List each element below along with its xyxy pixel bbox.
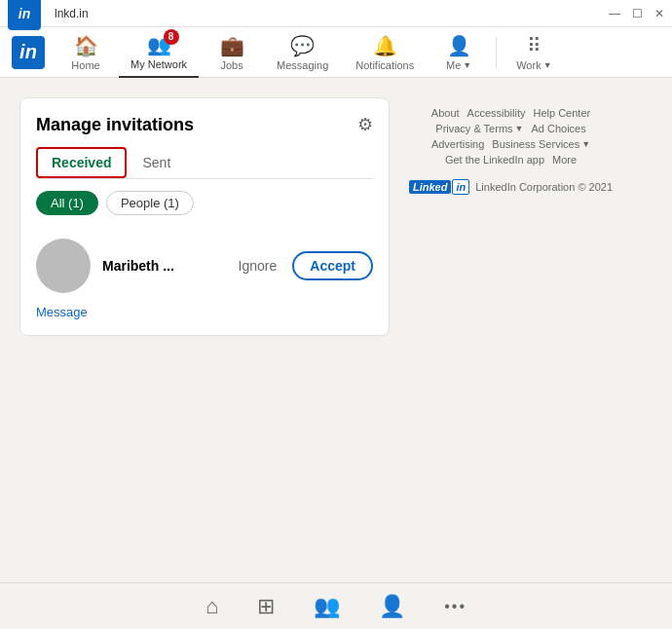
window-logo: in bbox=[8, 0, 41, 30]
window-title: lnkd.in bbox=[55, 7, 89, 20]
footer-area: About Accessibility Help Center Privacy … bbox=[409, 97, 613, 336]
accept-button[interactable]: Accept bbox=[292, 251, 373, 280]
filter-people[interactable]: People (1) bbox=[106, 191, 194, 215]
card-title: Manage invitations bbox=[36, 115, 194, 135]
nav-my-network[interactable]: 👥 8 My Network bbox=[119, 27, 199, 78]
title-bar: in lnkd.in — ☐ ✕ bbox=[0, 0, 672, 27]
jobs-icon: 💼 bbox=[220, 34, 244, 57]
bottom-grid-icon[interactable]: ⊞ bbox=[257, 594, 275, 619]
nav-me-label: Me ▼ bbox=[446, 59, 471, 71]
footer-business-services[interactable]: Business Services ▼ bbox=[492, 138, 590, 150]
bottom-profile-icon[interactable]: 👤 bbox=[379, 594, 405, 619]
footer-copyright: LinkedIn Corporation © 2021 bbox=[475, 181, 613, 193]
manage-invitations-card: Manage invitations ⚙ Received Sent All (… bbox=[19, 97, 390, 336]
footer-row-1: About Accessibility Help Center bbox=[409, 107, 613, 119]
footer-more[interactable]: More bbox=[552, 154, 577, 166]
footer-logo-in: in bbox=[452, 179, 469, 195]
nav-notifications[interactable]: 🔔 Notifications bbox=[344, 27, 426, 78]
logo-text: in bbox=[19, 6, 30, 21]
avatar bbox=[36, 239, 91, 293]
settings-icon[interactable]: ⚙ bbox=[357, 114, 373, 135]
window-controls[interactable]: — ☐ ✕ bbox=[609, 7, 664, 20]
nav-me[interactable]: 👤 Me ▼ bbox=[429, 27, 488, 78]
business-arrow-icon: ▼ bbox=[581, 139, 590, 149]
filter-all[interactable]: All (1) bbox=[36, 191, 98, 215]
footer-about[interactable]: About bbox=[431, 107, 460, 119]
ignore-button[interactable]: Ignore bbox=[231, 252, 285, 279]
footer-logo-linked: Linked bbox=[409, 180, 451, 194]
me-icon: 👤 bbox=[447, 34, 471, 57]
message-button[interactable]: Message bbox=[36, 305, 88, 319]
footer-row-2: Privacy & Terms ▼ Ad Choices bbox=[409, 123, 613, 134]
nav-work[interactable]: ⠿ Work ▼ bbox=[504, 27, 563, 78]
nav-messaging[interactable]: 💬 Messaging bbox=[265, 27, 340, 78]
tab-sent[interactable]: Sent bbox=[127, 147, 186, 178]
footer-logo: Linkedin bbox=[409, 179, 469, 195]
card-header: Manage invitations ⚙ bbox=[36, 114, 373, 135]
nav-jobs-label: Jobs bbox=[220, 59, 243, 71]
bottom-taskbar: ⌂ ⊞ 👥 👤 ••• bbox=[0, 582, 672, 629]
home-icon: 🏠 bbox=[74, 34, 98, 57]
nav-notifications-label: Notifications bbox=[355, 59, 414, 71]
footer-get-app[interactable]: Get the LinkedIn app bbox=[445, 154, 544, 166]
logo-in: in bbox=[19, 41, 37, 63]
footer-advertising[interactable]: Advertising bbox=[431, 138, 484, 150]
close-button[interactable]: ✕ bbox=[654, 7, 664, 20]
linkedin-footer: Linkedin LinkedIn Corporation © 2021 bbox=[409, 179, 613, 195]
minimize-button[interactable]: — bbox=[609, 7, 620, 20]
top-nav: in 🏠 Home 👥 8 My Network 💼 Jobs 💬 Messag… bbox=[0, 27, 672, 78]
messaging-icon: 💬 bbox=[290, 34, 315, 57]
invitation-actions: Ignore Accept bbox=[231, 251, 373, 280]
nav-home-label: Home bbox=[71, 59, 99, 71]
footer-row-4: Get the LinkedIn app More bbox=[409, 154, 613, 166]
nav-work-label: Work ▼ bbox=[516, 59, 551, 71]
main-content: Manage invitations ⚙ Received Sent All (… bbox=[0, 78, 672, 336]
footer-ad-choices[interactable]: Ad Choices bbox=[531, 123, 585, 134]
bottom-network-icon[interactable]: 👥 bbox=[314, 594, 340, 619]
tab-received[interactable]: Received bbox=[36, 147, 127, 178]
work-icon: ⠿ bbox=[527, 34, 541, 57]
maximize-button[interactable]: ☐ bbox=[632, 7, 643, 20]
invitation-tabs: Received Sent bbox=[36, 147, 373, 179]
nav-my-network-label: My Network bbox=[131, 58, 187, 70]
nav-messaging-label: Messaging bbox=[277, 59, 328, 71]
nav-jobs[interactable]: 💼 Jobs bbox=[203, 27, 261, 78]
invitation-info: Maribeth ... bbox=[102, 258, 219, 274]
bottom-more-icon[interactable]: ••• bbox=[444, 598, 467, 615]
footer-row-3: Advertising Business Services ▼ bbox=[409, 138, 613, 150]
footer-accessibility[interactable]: Accessibility bbox=[467, 107, 526, 119]
network-icon: 👥 8 bbox=[147, 33, 171, 56]
invitation-item: Maribeth ... Ignore Accept bbox=[36, 231, 373, 301]
filter-pills: All (1) People (1) bbox=[36, 191, 373, 215]
network-badge: 8 bbox=[164, 29, 179, 45]
footer-privacy[interactable]: Privacy & Terms ▼ bbox=[435, 123, 523, 134]
privacy-arrow-icon: ▼ bbox=[515, 124, 524, 133]
notifications-icon: 🔔 bbox=[373, 34, 397, 57]
linkedin-logo[interactable]: in bbox=[12, 36, 45, 69]
nav-home[interactable]: 🏠 Home bbox=[56, 27, 115, 78]
invitation-name: Maribeth ... bbox=[102, 258, 219, 274]
bottom-home-icon[interactable]: ⌂ bbox=[205, 594, 218, 619]
footer-help-center[interactable]: Help Center bbox=[534, 107, 591, 119]
